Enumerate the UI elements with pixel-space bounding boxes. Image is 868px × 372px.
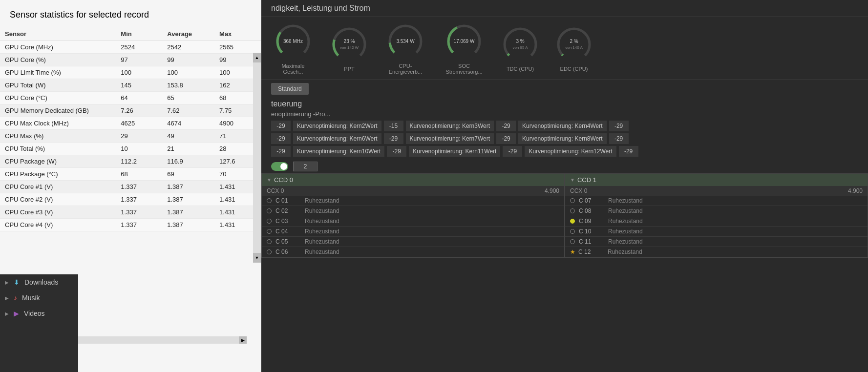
scroll-right-button[interactable]: ▶ [239,336,247,344]
table-row: GPU Memory Dedicated (GB)7.267.627.75 [0,104,261,117]
table-row: GPU Core (MHz)252425422565 [0,41,261,54]
gauge-svg: 366 MHz [274,22,313,61]
svg-text:3.534 W: 3.534 W [396,39,415,44]
download-icon: ⬇ [14,278,20,286]
ccd-header-ccd0: ▼ CCD 0 [262,174,564,186]
number-input[interactable] [293,162,318,171]
ccd-dot [267,208,272,213]
toggle-knob [280,163,287,170]
toggle-row [261,160,868,173]
col-min: Min [116,27,162,41]
ccd-core-status: Ruhezustand [608,238,863,245]
ccd-dot [570,229,575,234]
ccd-core-status: Ruhezustand [305,218,559,225]
svg-point-17 [554,25,593,64]
ccd-core-status: Ruhezustand [305,207,559,214]
kurven-row: -29Kurvenoptimierung: Kern10Wert-29Kurve… [271,146,858,157]
gauge-container: 366 MHzMaximale Gesch... [271,22,315,75]
svg-point-4 [330,25,369,64]
expand-arrow-downloads: ▶ [5,280,9,285]
svg-text:von 95 A: von 95 A [512,45,528,50]
kurven-cell-value: -29 [271,121,291,131]
ccd-core-row: C 07Ruhezustand [565,196,868,206]
gauge-container: 3.534 WCPU-Energieverb... [383,22,427,75]
gauge-container: 3 %von 95 ATDC (CPU) [501,25,540,72]
ccd-core-row: C 04Ruhezustand [262,227,564,237]
ccd-core-row: ★C 12Ruhezustand [565,247,868,257]
controls-row: Standard [261,80,868,98]
ccd-dot [570,198,575,203]
ccd-core-name: C 10 [579,228,608,235]
expand-arrow-videos: ▶ [5,311,9,316]
sidebar-label-musik: Musik [22,294,40,302]
svg-point-13 [501,25,540,64]
ccd-core-name: C 12 [578,248,608,255]
ccd-core-row: C 11Ruhezustand [565,237,868,247]
gauge-container: 2 %von 140 AEDC (CPU) [554,25,593,72]
ccd-core-status: Ruhezustand [305,228,559,235]
gauge-svg: 2 %von 140 A [554,25,593,64]
sidebar-item-musik[interactable]: ▶ ♪ Musik [0,290,78,306]
table-row: GPU Total (W)145153.8162 [0,79,261,92]
kurven-cell-value: -15 [384,121,403,131]
col-sensor: Sensor [0,27,116,41]
ccd-header-ccd1: ▼ CCD 1 [565,174,868,186]
kurven-cell-label: Kurvenoptimierung: Kern6Wert [293,133,381,144]
ccd-core-name: C 08 [579,207,608,214]
ccd-core-name: C 07 [579,197,608,204]
ccd-core-status: Ruhezustand [608,197,863,204]
kurven-cell-value: -29 [619,146,638,157]
kurven-cell-value: -29 [496,133,516,144]
musik-icon: ♪ [14,294,17,302]
kurven-cell-value: -29 [503,146,522,157]
gauge-svg: 3 %von 95 A [501,25,540,64]
kurven-cell-value: -29 [271,133,291,144]
vertical-scrollbar[interactable]: ▲ ▼ [253,53,261,263]
gauge-container: 23 %von 142 WPPT [330,25,369,72]
svg-text:2 %: 2 % [570,39,578,44]
col-max: Max [214,27,261,41]
file-sidebar: ▶ ⬇ Downloads ▶ ♪ Musik ▶ ▶ Videos [0,274,78,372]
sidebar-label-downloads: Downloads [24,278,58,286]
table-row: CPU Package (W)112.2116.9127.6 [0,155,261,168]
ccd-core-status: Ruhezustand [608,228,863,235]
ccd-core-name: C 05 [275,238,305,245]
gauge-svg: 17.069 W [445,22,484,61]
table-row: GPU Core (%)979999 [0,54,261,66]
table-row: CPU Total (%)102128 [0,143,261,155]
svg-text:von 142 W: von 142 W [340,45,359,50]
svg-text:366 MHz: 366 MHz [283,39,303,44]
table-row: CPU Max (%)294971 [0,130,261,143]
gauge-svg: 23 %von 142 W [330,25,369,64]
svg-text:von 140 A: von 140 A [565,45,583,50]
ccd-core-row: C 06Ruhezustand [262,247,564,257]
ccd-dot [570,239,575,244]
kurven-cell-label: Kurvenoptimierung: Kern7Wert [406,133,494,144]
sidebar-item-videos[interactable]: ▶ ▶ Videos [0,306,78,321]
gauge-label: SOC Stromversorg... [442,63,486,75]
ccd-core-row: C 09Ruhezustand [565,216,868,227]
ccd-core-status: Ruhezustand [608,207,863,214]
sensor-data-table: Sensor Min Average Max GPU Core (MHz)252… [0,27,261,231]
col-average: Average [162,27,214,41]
gauges-row: 366 MHzMaximale Gesch...23 %von 142 WPPT… [261,17,868,80]
star-icon: ★ [570,248,575,255]
ccd-dot [267,198,272,203]
ccd-core-status: Ruhezustand [305,238,559,245]
kurven-cell-value: -29 [609,121,629,131]
kurven-cell-label: Kurvenoptimierung: Kern11Wert [409,146,500,157]
sidebar-item-downloads[interactable]: ▶ ⬇ Downloads [0,274,78,290]
svg-text:17.069 W: 17.069 W [454,39,475,44]
svg-point-18 [554,25,593,64]
svg-text:3 %: 3 % [516,39,524,44]
ccd-core-row: C 01Ruhezustand [262,196,564,206]
toggle-switch[interactable] [271,162,288,171]
ccd-dot [267,249,272,254]
table-row: GPU Limit Time (%)100100100 [0,66,261,79]
scroll-up-button[interactable]: ▲ [253,53,261,62]
ccd-dot [267,229,272,234]
standard-button[interactable]: Standard [271,83,309,95]
ccd-core-name: C 04 [275,228,305,235]
scroll-down-button[interactable]: ▼ [253,253,261,263]
kurven-cell-label: Kurvenoptimierung: Kern2Wert [293,121,381,131]
